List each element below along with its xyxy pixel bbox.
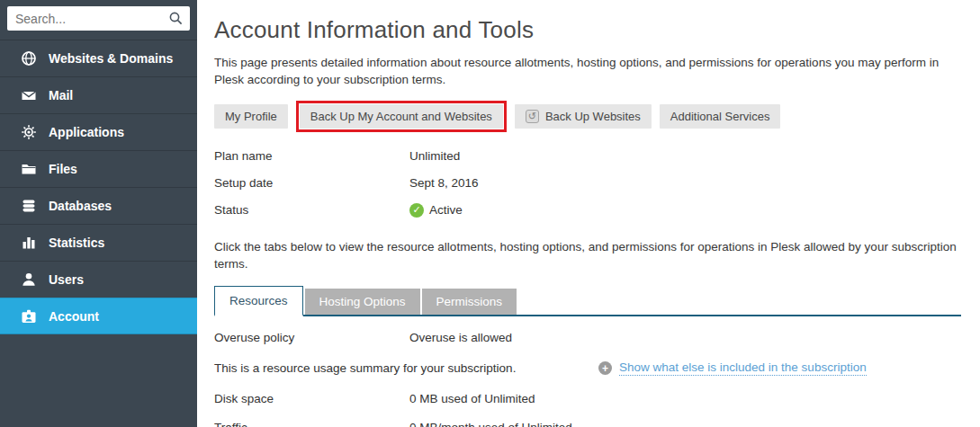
backup-websites-button[interactable]: ↺ Back Up Websites — [515, 104, 652, 129]
annotation-highlight-box: Back Up My Account and Websites — [296, 101, 507, 132]
app-window: Websites & Domains Mail Applications — [0, 0, 980, 427]
overuse-policy-row: Overuse policy Overuse is allowed — [214, 324, 961, 352]
setup-date-row: Setup date Sept 8, 2016 — [214, 170, 961, 197]
folder-icon — [21, 161, 37, 177]
sidebar-item-account[interactable]: Account — [0, 298, 197, 334]
sidebar-item-label: Databases — [49, 199, 112, 213]
plan-info: Plan name Unlimited Setup date Sept 8, 2… — [214, 143, 961, 224]
main-content: Account Information and Tools This page … — [197, 0, 980, 427]
my-profile-button[interactable]: My Profile — [214, 104, 288, 129]
overuse-policy-label: Overuse policy — [214, 331, 409, 344]
sidebar-item-label: Users — [49, 272, 84, 287]
mail-icon — [21, 87, 37, 103]
sidebar-item-mail[interactable]: Mail — [0, 76, 197, 113]
page-description: This page presents detailed information … — [214, 55, 961, 89]
search-icon[interactable] — [168, 11, 184, 26]
traffic-row: Traffic 0 MB/month used of Unlimited — [214, 414, 961, 427]
usage-summary-row: This is a resource usage summary for you… — [214, 352, 961, 385]
disk-space-label: Disk space — [214, 392, 409, 405]
toolbar: My Profile Back Up My Account and Websit… — [214, 101, 961, 132]
status-label: Status — [214, 203, 409, 217]
backup-account-websites-button[interactable]: Back Up My Account and Websites — [300, 104, 503, 129]
id-badge-icon — [21, 308, 37, 325]
resources-tab-content: Overuse policy Overuse is allowed This i… — [214, 324, 961, 427]
sidebar-item-label: Mail — [49, 88, 73, 102]
bar-chart-icon — [21, 235, 37, 251]
sidebar-item-applications[interactable]: Applications — [0, 113, 197, 150]
green-check-icon: ✓ — [409, 203, 424, 218]
user-icon — [21, 271, 37, 288]
sidebar-item-statistics[interactable]: Statistics — [0, 224, 197, 261]
backup-websites-label: Back Up Websites — [545, 110, 641, 123]
disk-space-row: Disk space 0 MB used of Unlimited — [214, 385, 961, 414]
search-input[interactable] — [7, 6, 190, 31]
database-icon — [21, 198, 37, 214]
backup-restore-icon: ↺ — [526, 110, 539, 123]
tab-hosting-options[interactable]: Hosting Options — [305, 289, 420, 315]
sidebar-nav: Websites & Domains Mail Applications — [0, 40, 197, 334]
status-value: Active — [429, 203, 463, 217]
sidebar: Websites & Domains Mail Applications — [0, 0, 197, 427]
tab-resources[interactable]: Resources — [214, 286, 303, 316]
overuse-policy-value: Overuse is allowed — [409, 331, 512, 344]
tabs-note: Click the tabs below to view the resourc… — [214, 239, 961, 273]
show-more-link-text: Show what else is included in the subscr… — [619, 360, 867, 376]
plan-name-row: Plan name Unlimited — [214, 143, 961, 170]
disk-space-value: 0 MB used of Unlimited — [409, 392, 535, 405]
traffic-value: 0 MB/month used of Unlimited — [409, 421, 572, 427]
sidebar-item-users[interactable]: Users — [0, 261, 197, 298]
gear-icon — [21, 124, 37, 140]
show-more-link[interactable]: + Show what else is included in the subs… — [598, 360, 867, 376]
sidebar-item-label: Account — [49, 309, 99, 324]
search-box — [7, 6, 190, 31]
sidebar-item-label: Applications — [49, 125, 124, 139]
plan-name-value: Unlimited — [409, 149, 460, 163]
additional-services-button[interactable]: Additional Services — [660, 104, 781, 129]
setup-date-label: Setup date — [214, 176, 409, 190]
tab-permissions[interactable]: Permissions — [422, 289, 517, 315]
sidebar-item-databases[interactable]: Databases — [0, 187, 197, 224]
sidebar-item-files[interactable]: Files — [0, 150, 197, 187]
sidebar-item-label: Websites & Domains — [49, 51, 173, 66]
usage-summary-text: This is a resource usage summary for you… — [214, 361, 598, 375]
plan-name-label: Plan name — [214, 149, 409, 163]
sidebar-item-label: Files — [49, 162, 77, 176]
sidebar-item-label: Statistics — [49, 236, 104, 250]
page-title: Account Information and Tools — [214, 16, 961, 44]
globe-icon — [21, 50, 37, 67]
sidebar-item-websites-domains[interactable]: Websites & Domains — [0, 40, 197, 76]
status-row: Status ✓ Active — [214, 197, 961, 224]
traffic-label: Traffic — [214, 421, 409, 427]
tab-bar: Resources Hosting Options Permissions — [214, 286, 961, 316]
setup-date-value: Sept 8, 2016 — [409, 176, 479, 190]
plus-icon: + — [598, 361, 612, 375]
